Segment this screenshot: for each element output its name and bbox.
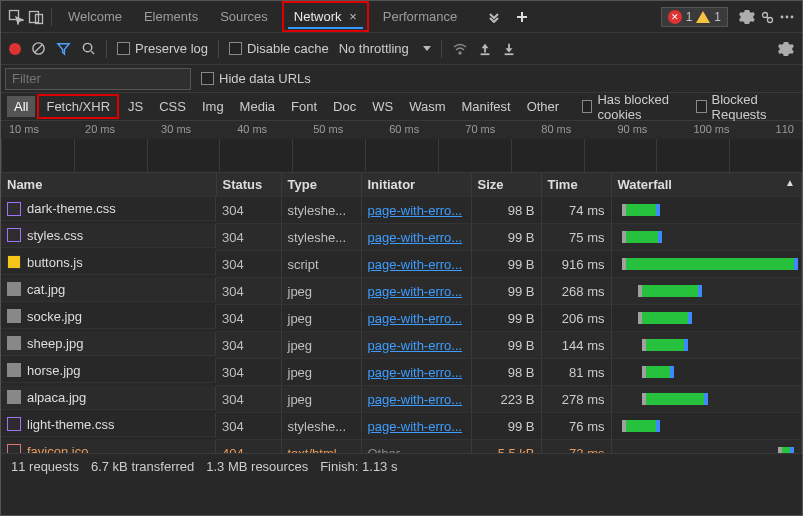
close-icon[interactable]: ×: [349, 9, 357, 24]
search-icon[interactable]: [81, 41, 96, 56]
type-filter-wasm[interactable]: Wasm: [402, 96, 452, 117]
type-filter-other[interactable]: Other: [520, 96, 567, 117]
clear-icon[interactable]: [31, 41, 46, 56]
initiator-link[interactable]: page-with-erro...: [368, 365, 463, 380]
file-icon: [7, 255, 21, 269]
error-count: 1: [686, 10, 693, 24]
device-toggle-icon[interactable]: [27, 8, 45, 26]
cell-initiator: page-with-erro...: [361, 332, 471, 359]
tab-performance[interactable]: Performance: [373, 3, 467, 30]
table-row[interactable]: cat.jpg304jpegpage-with-erro...99 B268 m…: [1, 278, 802, 305]
col-initiator[interactable]: Initiator: [361, 173, 471, 197]
inspect-element-icon[interactable]: [7, 8, 25, 26]
blocked-requests-input[interactable]: [696, 100, 707, 113]
cell-status: 304: [216, 224, 281, 251]
table-row[interactable]: sheep.jpg304jpegpage-with-erro...99 B144…: [1, 332, 802, 359]
type-filter-js[interactable]: JS: [121, 96, 150, 117]
type-filter-fetchxhr[interactable]: Fetch/XHR: [37, 94, 119, 119]
more-menu-icon[interactable]: [778, 8, 796, 26]
file-name: horse.jpg: [27, 363, 80, 378]
tab-network-label: Network: [294, 9, 342, 24]
network-settings-gear-icon[interactable]: [778, 41, 794, 57]
upload-har-icon[interactable]: [478, 42, 492, 56]
cell-size: 99 B: [471, 332, 541, 359]
initiator-link[interactable]: page-with-erro...: [368, 257, 463, 272]
initiator-link[interactable]: page-with-erro...: [368, 392, 463, 407]
table-row[interactable]: alpaca.jpg304jpegpage-with-erro...223 B2…: [1, 386, 802, 413]
cell-status: 304: [216, 305, 281, 332]
new-tab-icon[interactable]: [513, 8, 531, 26]
type-filter-ws[interactable]: WS: [365, 96, 400, 117]
tab-network-highlight: Network ×: [282, 1, 369, 32]
col-size[interactable]: Size: [471, 173, 541, 197]
filter-funnel-icon[interactable]: [56, 41, 71, 56]
cell-waterfall: [611, 440, 802, 454]
has-blocked-cookies-label: Has blocked cookies: [597, 92, 693, 122]
cell-type: script: [281, 251, 361, 278]
col-type[interactable]: Type: [281, 173, 361, 197]
col-waterfall[interactable]: Waterfall: [611, 173, 802, 197]
timeline-bars: [1, 139, 802, 172]
table-row[interactable]: favicon.ico404text/htmlOther5.5 kB72 ms: [1, 440, 802, 454]
more-tabs-icon[interactable]: [485, 8, 503, 26]
type-filter-font[interactable]: Font: [284, 96, 324, 117]
svg-rect-11: [480, 53, 489, 55]
cell-time: 81 ms: [541, 359, 611, 386]
cell-waterfall: [611, 386, 802, 413]
hide-data-urls-input[interactable]: [201, 72, 214, 85]
tab-elements[interactable]: Elements: [134, 3, 208, 30]
initiator-link[interactable]: page-with-erro...: [368, 284, 463, 299]
initiator-link[interactable]: page-with-erro...: [368, 311, 463, 326]
cell-size: 99 B: [471, 224, 541, 251]
status-finish: Finish: 1.13 s: [320, 459, 397, 474]
has-blocked-cookies-input[interactable]: [582, 100, 593, 113]
download-har-icon[interactable]: [502, 42, 516, 56]
throttling-select[interactable]: No throttling: [339, 41, 431, 56]
tab-welcome[interactable]: Welcome: [58, 3, 132, 30]
cell-status: 404: [216, 440, 281, 454]
initiator-link[interactable]: page-with-erro...: [368, 230, 463, 245]
table-row[interactable]: light-theme.css304styleshe...page-with-e…: [1, 413, 802, 440]
table-row[interactable]: buttons.js304scriptpage-with-erro...99 B…: [1, 251, 802, 278]
cell-initiator: page-with-erro...: [361, 278, 471, 305]
table-row[interactable]: dark-theme.css304styleshe...page-with-er…: [1, 197, 802, 224]
issues-badge[interactable]: ✕ 1 1: [661, 7, 728, 27]
table-row[interactable]: socke.jpg304jpegpage-with-erro...99 B206…: [1, 305, 802, 332]
initiator-link[interactable]: page-with-erro...: [368, 203, 463, 218]
timeline-overview[interactable]: 10 ms20 ms30 ms40 ms50 ms60 ms70 ms80 ms…: [1, 121, 802, 173]
file-icon: [7, 390, 21, 404]
wifi-icon[interactable]: [452, 41, 468, 57]
initiator-link[interactable]: page-with-erro...: [368, 338, 463, 353]
has-blocked-cookies-checkbox[interactable]: Has blocked cookies: [582, 92, 694, 122]
col-status[interactable]: Status: [216, 173, 281, 197]
disable-cache-checkbox[interactable]: Disable cache: [229, 41, 329, 56]
type-filter-media[interactable]: Media: [233, 96, 282, 117]
type-filter-all[interactable]: All: [7, 96, 35, 117]
svg-point-3: [763, 12, 768, 17]
type-filter-img[interactable]: Img: [195, 96, 231, 117]
table-row[interactable]: horse.jpg304jpegpage-with-erro...98 B81 …: [1, 359, 802, 386]
settings-gear-icon[interactable]: [738, 8, 756, 26]
table-row[interactable]: styles.css304styleshe...page-with-erro..…: [1, 224, 802, 251]
hide-data-urls-checkbox[interactable]: Hide data URLs: [201, 71, 311, 86]
preserve-log-checkbox[interactable]: Preserve log: [117, 41, 208, 56]
type-filter-manifest[interactable]: Manifest: [454, 96, 517, 117]
filter-input[interactable]: [5, 68, 191, 90]
feedback-icon[interactable]: [758, 8, 776, 26]
svg-point-6: [786, 15, 789, 18]
type-filter-row: AllFetch/XHRJSCSSImgMediaFontDocWSWasmMa…: [1, 93, 802, 121]
initiator-link[interactable]: page-with-erro...: [368, 419, 463, 434]
disable-cache-input[interactable]: [229, 42, 242, 55]
blocked-requests-checkbox[interactable]: Blocked Requests: [696, 92, 796, 122]
record-button[interactable]: [9, 43, 21, 55]
tab-sources[interactable]: Sources: [210, 3, 278, 30]
file-icon: [7, 228, 21, 242]
preserve-log-input[interactable]: [117, 42, 130, 55]
cell-time: 74 ms: [541, 197, 611, 224]
col-time[interactable]: Time: [541, 173, 611, 197]
col-name[interactable]: Name: [1, 173, 216, 197]
type-filter-doc[interactable]: Doc: [326, 96, 363, 117]
tab-network[interactable]: Network ×: [288, 5, 363, 28]
type-filter-css[interactable]: CSS: [152, 96, 193, 117]
network-toolbar: Preserve log Disable cache No throttling: [1, 33, 802, 65]
